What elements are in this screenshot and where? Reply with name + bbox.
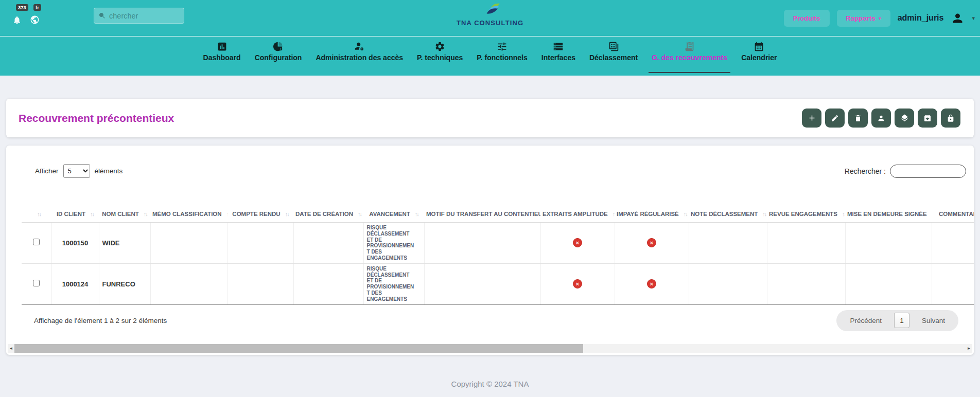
bell-icon xyxy=(12,15,22,25)
cell-mise-en-demeure xyxy=(845,223,932,264)
table-info-text: Affichage de l'élement 1 à 2 sur 2 éléme… xyxy=(34,317,167,324)
calendar-icon xyxy=(754,41,764,52)
cell-compte-rendu xyxy=(227,263,293,304)
archive-button[interactable] xyxy=(918,109,937,128)
page-length-select[interactable]: 5 xyxy=(63,164,90,178)
sort-icon: ↑↓ xyxy=(415,211,418,217)
column-header-impaye-regularise[interactable]: IMPAYÉ RÉGULARISÉ↑↓ xyxy=(615,208,689,223)
column-header-extraits-amplitude[interactable]: EXTRAITS AMPLITUDE↑↓ xyxy=(540,208,615,223)
person-icon xyxy=(951,11,965,25)
page-footer: Copyright © 2024 TNA xyxy=(0,380,980,389)
cell-id-client: 1000124 xyxy=(51,263,99,304)
cell-revue-engagements xyxy=(767,223,845,264)
copyright-text: Copyright © 2024 TNA xyxy=(451,380,529,388)
lock-button[interactable] xyxy=(941,109,960,128)
column-header-revue-engagements[interactable]: REVUE ENGAGEMENTS↑↓ xyxy=(767,208,845,223)
cell-avancement: RISQUE DÉCLASSEMENT ET DE PROVISIONNEMEN… xyxy=(363,223,424,264)
cell-extraits-amplitude: ✕ xyxy=(540,263,615,304)
cell-revue-engagements xyxy=(767,263,845,304)
tab-configuration[interactable]: Configuration xyxy=(255,37,302,73)
user-avatar[interactable] xyxy=(951,11,965,25)
page-length-control: Afficher 5 éléments xyxy=(35,164,122,178)
cell-memo-classification xyxy=(150,223,227,264)
cell-compte-rendu xyxy=(227,223,293,264)
row-select-checkbox[interactable] xyxy=(33,239,40,245)
sort-icon: ↑↓ xyxy=(285,211,289,217)
cell-mise-en-demeure xyxy=(845,263,932,304)
column-header-motif-transfert[interactable]: MOTIF DU TRANSFERT AU CONTENTIEUX↑↓ xyxy=(424,208,540,223)
column-header-mise-en-demeure[interactable]: MISE EN DEMEURE SIGNÉE↑↓ xyxy=(845,208,932,223)
cell-avancement: RISQUE DÉCLASSEMENT ET DE PROVISIONNEMEN… xyxy=(363,263,424,304)
tab-declassement[interactable]: Déclassement xyxy=(589,37,638,73)
search-input[interactable] xyxy=(109,12,180,20)
app-header: 373 fr TNA CONSULTING Produits Rapports xyxy=(0,0,980,36)
cell-motif-transfert xyxy=(424,223,540,264)
edit-button[interactable] xyxy=(825,109,845,128)
column-header-avancement[interactable]: AVANCEMENT↑↓ xyxy=(363,208,424,223)
language-badge: fr xyxy=(33,4,41,11)
scroll-right-arrow-icon[interactable]: ► xyxy=(966,344,972,353)
data-table-wrapper: ↑↓ ID CLIENT↑↓ NOM CLIENT↑↓ MÉMO CLASSIF… xyxy=(22,208,974,305)
tab-g-des-recouvrements[interactable]: G. des recouvrements xyxy=(652,37,727,73)
table-row[interactable]: 1000150 WIDE RISQUE DÉCLASSEMENT ET DE P… xyxy=(22,223,974,264)
page-title: Recouvrement précontentieux xyxy=(19,112,174,124)
main-navigation: Dashboard Configuration Administration d… xyxy=(0,36,980,76)
column-header-note-declassement[interactable]: NOTE DÉCLASSEMENT↑↓ xyxy=(689,208,767,223)
red-x-circle-icon: ✕ xyxy=(647,238,656,247)
layers-button[interactable] xyxy=(895,109,914,128)
pagination-previous-button[interactable]: Précédent xyxy=(850,317,882,324)
delete-button[interactable] xyxy=(848,109,868,128)
column-header-commentaire[interactable]: COMMENTAIRE↑↓ xyxy=(932,208,974,223)
tab-p-fonctionnels[interactable]: P. fonctionnels xyxy=(477,37,528,73)
rapports-dropdown-button[interactable]: Rapports ▾ xyxy=(837,10,890,27)
cell-date-creation xyxy=(293,263,363,304)
table-footer: Affichage de l'élement 1 à 2 sur 2 éléme… xyxy=(6,305,974,331)
logo: TNA CONSULTING xyxy=(457,3,523,27)
tune-sliders-icon xyxy=(497,41,507,52)
app-window: 373 fr TNA CONSULTING Produits Rapports xyxy=(0,0,980,397)
tab-dashboard[interactable]: Dashboard xyxy=(203,37,241,73)
add-button[interactable] xyxy=(802,109,821,128)
user-menu-chevron-icon[interactable]: ▾ xyxy=(972,15,975,22)
dashboard-icon xyxy=(217,41,227,52)
chevron-down-icon: ▾ xyxy=(879,15,881,21)
scrollbar-thumb[interactable] xyxy=(14,344,583,353)
scroll-left-arrow-icon[interactable]: ◄ xyxy=(8,344,14,353)
sort-icon: ↑↓ xyxy=(144,211,147,217)
table-search-input[interactable] xyxy=(890,165,966,178)
table-controls: Afficher 5 éléments Rechercher : xyxy=(6,146,974,178)
column-header-id-client[interactable]: ID CLIENT↑↓ xyxy=(51,208,99,223)
table-header-row: ↑↓ ID CLIENT↑↓ NOM CLIENT↑↓ MÉMO CLASSIF… xyxy=(22,208,974,223)
notification-count-badge: 373 xyxy=(16,4,28,11)
pencil-icon xyxy=(831,114,839,122)
produits-button[interactable]: Produits xyxy=(784,10,830,27)
assign-user-button[interactable] xyxy=(871,109,891,128)
tab-interfaces[interactable]: Interfaces xyxy=(541,37,575,73)
cell-motif-transfert xyxy=(424,263,540,304)
pagination-next-button[interactable]: Suivant xyxy=(922,317,945,324)
notifications-button[interactable]: 373 xyxy=(12,4,24,25)
pagination-page-1-button[interactable]: 1 xyxy=(894,313,909,328)
red-x-circle-icon: ✕ xyxy=(647,279,656,288)
language-button[interactable]: fr xyxy=(30,4,41,25)
lock-icon xyxy=(947,114,955,122)
row-select-checkbox[interactable] xyxy=(33,280,40,286)
logo-leaves-icon xyxy=(479,3,501,16)
column-header-select[interactable]: ↑↓ xyxy=(22,208,51,223)
column-header-compte-rendu[interactable]: COMPTE RENDU↑↓ xyxy=(227,208,293,223)
cell-commentaire xyxy=(932,263,974,304)
column-header-nom-client[interactable]: NOM CLIENT↑↓ xyxy=(99,208,150,223)
storage-icon xyxy=(553,41,564,52)
tab-p-techniques[interactable]: P. techniques xyxy=(417,37,463,73)
header-right-cluster: Produits Rapports ▾ admin_juris ▾ xyxy=(784,0,975,36)
table-search-control: Rechercher : xyxy=(845,165,966,178)
sort-icon: ↑↓ xyxy=(358,211,361,217)
search-icon xyxy=(98,12,106,20)
table-row[interactable]: 1000124 FUNRECO RISQUE DÉCLASSEMENT ET D… xyxy=(22,263,974,304)
horizontal-scrollbar[interactable]: ◄ ► xyxy=(8,344,972,353)
tab-administration-des-acces[interactable]: Administration des accès xyxy=(316,37,403,73)
column-header-date-de-creation[interactable]: DATE DE CRÉATION↑↓ xyxy=(293,208,363,223)
column-header-memo-classification[interactable]: MÉMO CLASSIFICATION↑↓ xyxy=(150,208,227,223)
tab-calendrier[interactable]: Calendrier xyxy=(741,37,777,73)
receipt-icon xyxy=(684,41,695,52)
